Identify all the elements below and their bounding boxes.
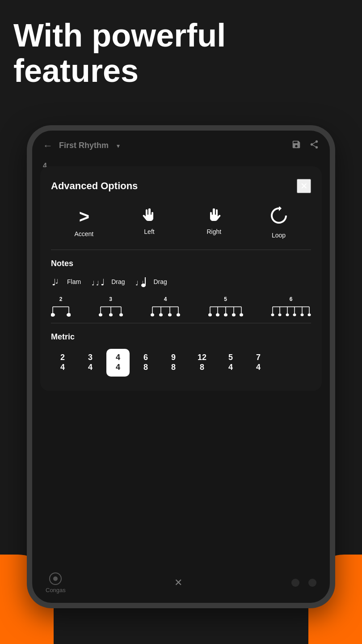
divider-2 xyxy=(51,323,311,323)
tuplet-6-label: 6 xyxy=(290,296,293,302)
accent-label: Accent xyxy=(74,230,93,237)
svg-point-13 xyxy=(67,313,71,317)
svg-point-18 xyxy=(109,314,113,317)
metric-4-4[interactable]: 4 4 xyxy=(106,349,130,377)
tuplet-5[interactable]: 5 xyxy=(208,296,243,317)
phone-frame: ← First Rhythm ▾ 4 4 Bar 1 xyxy=(27,125,335,608)
svg-point-20 xyxy=(119,314,123,317)
svg-point-27 xyxy=(168,314,172,317)
metric-5-4[interactable]: 5 4 xyxy=(219,349,242,377)
loop-icon xyxy=(270,207,288,228)
metric-5-4-bot: 4 xyxy=(228,363,233,373)
flam-note[interactable]: ♩ ♩ Flam xyxy=(51,275,81,288)
metric-9-8-top: 9 xyxy=(171,353,176,363)
svg-point-29 xyxy=(177,314,180,317)
svg-point-25 xyxy=(159,314,163,317)
metric-3-4-bot: 4 xyxy=(88,363,93,373)
drag-note-2[interactable]: ♩ ♩ Drag xyxy=(135,275,167,288)
right-hand-icon xyxy=(205,207,223,225)
tuplet-6[interactable]: 6 xyxy=(271,296,311,317)
advanced-options-modal: Advanced Options ✕ > Accent Le xyxy=(40,166,322,391)
headline-line2: features xyxy=(13,53,349,89)
metric-6-8-top: 6 xyxy=(143,353,148,363)
modal-overlay: Advanced Options ✕ > Accent Le xyxy=(32,131,330,603)
right-label: Right xyxy=(206,228,221,235)
svg-text:♩: ♩ xyxy=(101,277,105,287)
svg-point-43 xyxy=(271,314,274,316)
modal-header: Advanced Options ✕ xyxy=(51,179,311,193)
tuplet-3-label: 3 xyxy=(109,296,112,302)
left-label: Left xyxy=(144,228,154,235)
accent-option[interactable]: > Accent xyxy=(74,207,93,239)
svg-point-49 xyxy=(293,314,296,316)
svg-point-51 xyxy=(301,314,304,316)
tuplet-4-label: 4 xyxy=(164,296,167,302)
svg-text:♩: ♩ xyxy=(96,280,99,287)
drag1-label: Drag xyxy=(111,278,125,285)
tuplet-6-icon xyxy=(271,303,311,317)
notes-title: Notes xyxy=(51,259,311,268)
svg-point-36 xyxy=(224,314,227,317)
metric-12-8[interactable]: 12 8 xyxy=(189,349,215,377)
svg-point-8 xyxy=(141,284,146,287)
left-option[interactable]: Left xyxy=(140,207,158,239)
svg-point-47 xyxy=(286,314,289,316)
svg-text:♩: ♩ xyxy=(92,280,95,287)
metric-7-4[interactable]: 7 4 xyxy=(247,349,270,377)
metric-9-8[interactable]: 9 8 xyxy=(162,349,185,377)
metric-7-4-top: 7 xyxy=(256,353,261,363)
metric-3-4[interactable]: 3 4 xyxy=(79,349,102,377)
accent-icon: > xyxy=(79,207,89,227)
metric-5-4-top: 5 xyxy=(228,353,233,363)
modal-title: Advanced Options xyxy=(51,180,138,192)
tuplet-2-icon xyxy=(51,303,71,317)
metric-2-4-top: 2 xyxy=(60,353,65,363)
svg-text:♩: ♩ xyxy=(135,280,139,287)
svg-point-11 xyxy=(51,313,55,317)
metric-2-4[interactable]: 2 4 xyxy=(51,349,74,377)
loop-label: Loop xyxy=(272,232,286,239)
drag2-icon: ♩ ♩ xyxy=(135,275,150,288)
svg-point-40 xyxy=(240,314,243,317)
tuplet-2[interactable]: 2 xyxy=(51,296,71,317)
tuplet-2-label: 2 xyxy=(59,296,63,302)
tuplet-4-icon xyxy=(151,303,180,317)
left-hand-icon xyxy=(140,207,158,225)
modal-close-button[interactable]: ✕ xyxy=(297,179,311,193)
drag-note-1[interactable]: ♩ ♩ ♩ Drag xyxy=(92,275,125,288)
svg-point-16 xyxy=(99,314,102,317)
right-option[interactable]: Right xyxy=(205,207,223,239)
metric-section: Metric 2 4 3 4 xyxy=(51,332,311,377)
divider-1 xyxy=(51,250,311,250)
metric-12-8-top: 12 xyxy=(198,353,206,363)
metric-title: Metric xyxy=(51,332,311,342)
flam-icon: ♩ ♩ xyxy=(51,275,63,288)
flam-label: Flam xyxy=(67,278,81,285)
tuplets-row: 2 3 xyxy=(51,296,311,317)
svg-point-38 xyxy=(232,314,236,317)
drag1-icon: ♩ ♩ ♩ xyxy=(92,275,108,288)
svg-point-23 xyxy=(151,314,154,317)
svg-text:♩: ♩ xyxy=(55,278,59,285)
loop-option[interactable]: Loop xyxy=(270,207,288,239)
svg-point-32 xyxy=(208,314,212,317)
headline: With powerful features xyxy=(13,18,349,89)
metric-12-8-bot: 8 xyxy=(200,363,204,373)
tuplet-4[interactable]: 4 xyxy=(151,296,180,317)
drag2-label: Drag xyxy=(153,278,167,285)
metric-9-8-bot: 8 xyxy=(171,363,176,373)
phone-screen: ← First Rhythm ▾ 4 4 Bar 1 xyxy=(32,131,330,603)
metric-6-8[interactable]: 6 8 xyxy=(134,349,157,377)
metric-3-4-top: 3 xyxy=(88,353,93,363)
tuplet-3[interactable]: 3 xyxy=(99,296,123,317)
svg-point-34 xyxy=(216,314,219,317)
headline-line1: With powerful xyxy=(13,18,349,53)
options-row: > Accent Left Ri xyxy=(51,207,311,239)
tuplet-5-label: 5 xyxy=(224,296,227,302)
svg-point-53 xyxy=(308,314,311,316)
tuplet-3-icon xyxy=(99,303,123,317)
svg-point-45 xyxy=(278,314,282,316)
notes-row: ♩ ♩ Flam ♩ ♩ ♩ Drag xyxy=(51,275,311,288)
metric-4-4-bot: 4 xyxy=(116,363,120,373)
tuplet-5-icon xyxy=(208,303,243,317)
